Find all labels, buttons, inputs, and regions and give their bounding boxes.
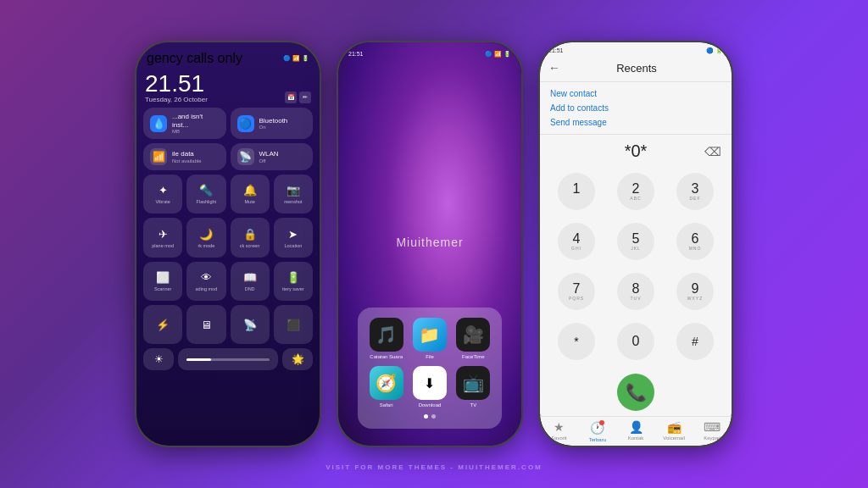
voicemail-icon: 📻: [667, 420, 682, 434]
edit-icon[interactable]: ✏: [299, 92, 311, 103]
key-4[interactable]: 4 GHI: [558, 223, 595, 260]
scanner-btn[interactable]: ⬜ Scanner: [143, 262, 182, 301]
dialer-input-row: *0* ⌫: [540, 135, 732, 164]
location-btn[interactable]: ➤ Location: [274, 218, 313, 257]
key-5[interactable]: 5 JKL: [617, 223, 654, 260]
darkmode-btn[interactable]: 🌙 rk mode: [186, 218, 225, 257]
tile-data[interactable]: 💧 ...and isn't inst... MB: [143, 108, 226, 139]
key-3[interactable]: 3 DEF: [676, 173, 714, 210]
app-folder: 🎵 Catatan Suara 📁 File 🎥 FaceTime 🧭 Safa…: [358, 308, 502, 429]
recents-title: Recents: [567, 62, 706, 75]
dot-1: [424, 414, 428, 419]
calendar-icon[interactable]: 📅: [285, 92, 297, 103]
dialed-number: *0*: [550, 141, 721, 161]
flashlight-btn[interactable]: 🔦 Flashlight: [186, 175, 225, 214]
dialer-status-right: 🔵 🔋: [706, 47, 723, 54]
nav-kontak[interactable]: 👤 Kontak: [616, 420, 654, 442]
status-left: gency calls only: [147, 51, 242, 66]
new-contact-link[interactable]: New contact: [550, 89, 721, 98]
brightness-row: ☀ 🌟: [143, 348, 313, 370]
tile-wlan[interactable]: 📡 WLAN Off: [231, 143, 314, 170]
app-download[interactable]: ⬇ Download: [411, 366, 448, 408]
power-btn[interactable]: ⚡: [143, 305, 182, 344]
tile-mobile-data[interactable]: 📶 ile data Not available: [143, 143, 226, 170]
key-7[interactable]: 7 PQRS: [558, 273, 595, 310]
reading-btn[interactable]: 👁 ading mod: [186, 262, 225, 301]
lockscreen-btn[interactable]: 🔒 ck screen: [231, 218, 270, 257]
file-icon: 📁: [413, 318, 447, 352]
nav-favorit[interactable]: ★ Favorit: [540, 420, 578, 442]
screen-btn[interactable]: 🖥: [186, 305, 225, 344]
folder-dots: [368, 414, 492, 419]
home-status-right: 🔵 📶 🔋: [485, 51, 511, 58]
facetime-icon: 🎥: [456, 318, 490, 352]
key-8[interactable]: 8 TUV: [617, 273, 654, 310]
mute-btn[interactable]: 🔔 Mute: [231, 175, 270, 214]
tile-wlan-text: WLAN Off: [259, 150, 279, 164]
back-button[interactable]: ←: [548, 61, 560, 75]
airplane-btn[interactable]: ✈ plane mod: [143, 218, 182, 257]
key-2[interactable]: 2 ABC: [617, 173, 654, 210]
status-bar-3: 21:51 🔵 🔋: [540, 42, 732, 58]
key-0[interactable]: 0: [617, 323, 654, 360]
nav-voicemail[interactable]: 📻 Voicemail: [655, 420, 693, 442]
sun-high-icon[interactable]: 🌟: [282, 348, 313, 370]
key-hash[interactable]: #: [676, 323, 714, 360]
quick-action-icons: 📅 ✏: [285, 92, 311, 103]
key-star[interactable]: *: [558, 323, 595, 360]
delete-button[interactable]: ⌫: [704, 145, 721, 158]
keypad-icon: ⌨: [704, 420, 721, 434]
call-button[interactable]: 📞: [617, 374, 654, 411]
quick-buttons-row2: ✈ plane mod 🌙 rk mode 🔒 ck screen ➤ Loca…: [143, 218, 313, 257]
add-to-contacts-link[interactable]: Add to contacts: [550, 103, 721, 113]
app-safari[interactable]: 🧭 Safari: [368, 366, 404, 408]
quick-buttons-row3: ⬜ Scanner 👁 ading mod 📖 DND 🔋 ttery save…: [143, 262, 313, 301]
key-1[interactable]: 1: [558, 173, 595, 210]
clock-date: Tuesday, 26 October: [145, 96, 208, 103]
bottom-nav: ★ Favorit 🕐 Terbaru 👤 Kontak 📻 Voice: [540, 416, 732, 446]
nav-terbaru[interactable]: 🕐 Terbaru: [578, 420, 616, 442]
app-facetime[interactable]: 🎥 FaceTime: [455, 318, 492, 359]
watermark: VISIT FOR MORE THEMES - MIUITHEMER.COM: [326, 463, 542, 471]
key-6[interactable]: 6 MNO: [676, 223, 714, 260]
dialer-header: ← Recents: [540, 58, 732, 82]
signal-icon: 📶: [292, 55, 300, 62]
home-status-left: 21:51: [348, 51, 364, 58]
battery-saver-btn[interactable]: 🔋 ttery saver: [274, 262, 313, 301]
tile-bluetooth[interactable]: 🔵 Bluetooth On: [231, 108, 314, 139]
tile-mdata-text: ile data Not available: [172, 150, 202, 164]
layers-btn[interactable]: ⬛: [274, 305, 313, 344]
quick-buttons-row1: ✦ Vibrate 🔦 Flashlight 🔔 Mute 📷 reenshot: [143, 175, 313, 214]
app-file[interactable]: 📁 File: [411, 318, 448, 359]
bluetooth-icon: 🔵: [237, 115, 254, 132]
bt-icon: 🔵: [283, 55, 291, 62]
app-catatan[interactable]: 🎵 Catatan Suara: [368, 318, 404, 359]
send-message-link[interactable]: Send message: [550, 118, 721, 127]
download-icon: ⬇: [413, 366, 447, 400]
key-9[interactable]: 9 WXYZ: [676, 273, 714, 310]
mobile-data-icon: 📶: [150, 148, 167, 165]
call-button-row: 📞: [540, 369, 732, 416]
phone-control-center: gency calls only 🔵 📶 🔋 21.51 Tuesday, 26…: [135, 41, 321, 447]
status-icons: 🔵 📶 🔋: [283, 55, 309, 62]
dnd-btn[interactable]: 📖 DND: [231, 262, 270, 301]
phone-dialer: 21:51 🔵 🔋 ← Recents New contact Add to c…: [538, 41, 733, 447]
status-bar-1: gency calls only 🔵 📶 🔋: [143, 51, 313, 66]
wlan-icon: 📡: [237, 148, 254, 165]
keypad: 1 2 ABC 3 DEF 4 GHI 5 JKL: [540, 164, 732, 369]
tile-data-text: ...and isn't inst... MB: [172, 113, 220, 134]
folder-app-grid: 🎵 Catatan Suara 📁 File 🎥 FaceTime 🧭 Safa…: [368, 318, 492, 408]
brightness-slider[interactable]: [178, 348, 278, 370]
screenshot-btn[interactable]: 📷 reenshot: [274, 175, 313, 214]
nav-keypad[interactable]: ⌨ Keypad: [693, 420, 732, 442]
data-icon: 💧: [150, 115, 167, 132]
app-tv[interactable]: 📺 TV: [455, 366, 492, 408]
catatan-icon: 🎵: [370, 318, 403, 352]
safari-icon: 🧭: [370, 366, 403, 400]
sun-low-icon[interactable]: ☀: [143, 348, 174, 370]
vibrate-btn[interactable]: ✦ Vibrate: [143, 175, 182, 214]
clock-time: 21.51: [145, 72, 208, 96]
call-icon: 📞: [626, 382, 647, 402]
battery-icon: 🔋: [302, 55, 309, 62]
cast-btn[interactable]: 📡: [231, 305, 270, 344]
